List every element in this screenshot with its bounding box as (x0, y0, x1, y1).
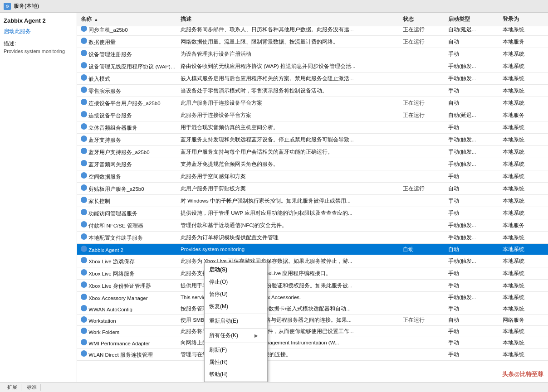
table-row[interactable]: 功能访问管理器服务提供设施，用于管理 UWP 应用对应用功能的访问权限以及查查查… (77, 207, 548, 219)
table-row[interactable]: 零售演示服务当设备处于零售演示模式时，零售演示服务将控制设备活动。手动本地系统 (77, 85, 548, 97)
service-logon: 本地系统 (501, 148, 546, 156)
service-starttype: 手动 (446, 339, 501, 347)
context-menu-label: 帮助(H) (209, 371, 228, 378)
service-icon (81, 111, 87, 117)
service-logon: 本地服务 (501, 111, 546, 120)
service-icon (81, 87, 87, 93)
service-logon: 本地系统 (501, 87, 546, 95)
window-title: 服务(本地) (14, 2, 39, 10)
service-name: 立体音频组合器服务 (79, 122, 179, 132)
table-row[interactable]: Workstation使用 SMB 协议创建并维护客户端网络与远程服务器之间的连… (77, 315, 548, 326)
table-row[interactable]: 设备管理注册服务为设备管理执行设备注册活动手动本地系统 (77, 48, 548, 60)
service-starttype: 手动(触发... (446, 148, 501, 156)
service-desc: 蓝牙用户服务支持与每个用户会话相关的蓝牙功能的正确运行。 (179, 148, 401, 156)
context-menu-item-5[interactable]: 所有任务(K)▶ (205, 329, 267, 342)
sidebar: Zabbix Agent 2 启动此服务 描述: Provides system… (0, 13, 77, 382)
service-name: Xbox Accessory Manager (79, 293, 179, 302)
service-starttype: 手动 (446, 87, 501, 95)
service-starttype: 自动(延迟... (446, 111, 501, 120)
content-area: 名称 ▲ 描述 状态 启动类型 登录为 自然身份验证信号聚合器服务,用于根据时间… (77, 13, 548, 382)
service-starttype: 手动(触发... (446, 233, 501, 242)
table-row[interactable]: Xbox Accessory ManagerThis service manag… (77, 292, 548, 303)
service-logon: 本地系统 (501, 172, 546, 181)
context-menu-item-3[interactable]: 恢复(M) (205, 300, 267, 313)
table-row[interactable]: 设备管理无线应用程序协议 (WAP) 推送消息路由服务路由设备收到的无线应用程序… (77, 60, 548, 73)
status-standard[interactable]: 标准 (23, 384, 41, 391)
sidebar-service-name: Zabbix Agent 2 (4, 17, 73, 24)
table-row[interactable]: 家长控制对 Windows 中的子帐户强制执行家长控制。如果此服务被停止或禁用.… (77, 195, 548, 207)
table-row[interactable]: 蓝牙用户支持服务_a25b0蓝牙用户服务支持与每个用户会话相关的蓝牙功能的正确运… (77, 146, 548, 158)
status-expand[interactable]: 扩展 (4, 384, 21, 391)
service-status (401, 224, 446, 226)
service-starttype: 手动 (446, 50, 501, 58)
service-logon: 本地系统 (501, 339, 546, 347)
title-bar: ⚙ 服务(本地) (0, 0, 548, 13)
service-status (401, 175, 446, 177)
service-name: 空间数据服务 (79, 171, 179, 181)
service-name: 蓝牙用户支持服务_a25b0 (79, 147, 179, 157)
col-header-logon: 登录为 (501, 15, 546, 24)
service-starttype: 手动 (446, 281, 501, 290)
service-logon: 本地系统 (501, 233, 546, 242)
table-row[interactable]: Work Folders此服务将与工作文件夹服务器同步文件，从而使你能够使用已设… (77, 326, 548, 337)
context-menu-item-6[interactable]: 刷新(F) (205, 344, 267, 356)
service-status (401, 308, 446, 310)
service-icon (81, 221, 87, 227)
service-icon (81, 233, 87, 240)
table-row[interactable]: 蓝牙支持服务蓝牙服务支持发现和关联远程蓝牙设备。停止或禁用此服务可能会导致...… (77, 134, 548, 146)
table-row[interactable]: Xbox Live 身份验证管理器提供用于与 Xbox Live 进行交互的身份… (77, 280, 548, 292)
service-desc: 蓝牙服务支持发现和关联远程蓝牙设备。停止或禁用此服务可能会导致... (179, 136, 401, 144)
table-row[interactable]: 嵌入模式嵌入模式服务启用与后台应用程序相关的方案。禁用此服务会阻止激活...手动… (77, 73, 548, 85)
context-menu-item-4[interactable]: 重新启动(E) (205, 315, 267, 327)
table-row[interactable]: 剪贴板用户服务_a25b0此用户服务用于剪贴板方案正在运行自动本地系统 (77, 183, 548, 195)
table-row[interactable]: Xbox Live 游戏保存此服务为 Xbox Live 可保存游戏同步保存数据… (77, 255, 548, 267)
table-row[interactable]: WWAN AutoConfig按服务管理移动宽带(GSM 和 CDMA)数据卡/… (77, 303, 548, 315)
table-row[interactable]: 立体音频组合器服务用于混合现实音频仿真的主机空间分析。手动本地系统 (77, 121, 548, 134)
service-desc: 此服务将同步邮件、联系人、日历和各种其他用户数据。此服务没有远... (179, 25, 401, 34)
table-row[interactable]: Zabbix Agent 2Provides system monitoring… (77, 244, 548, 255)
table-body[interactable]: 自然身份验证信号聚合器服务,用于根据时间、网络、地理位置、蓝牙和 CDF 因素.… (77, 13, 548, 361)
service-desc: 路由设备收到的无线应用程序协议 (WAP) 推送消息并同步设备管理会活... (179, 62, 401, 71)
service-name: 剪贴板用户服务_a25b0 (79, 184, 179, 194)
service-name: Xbox Live 网络服务 (79, 268, 179, 278)
table-row[interactable]: Xbox Live 网络服务此服务支持 Windows.Networking.X… (77, 267, 548, 280)
context-menu-item-8[interactable]: 帮助(H) (205, 368, 267, 381)
service-name: 蓝牙支持服务 (79, 135, 179, 145)
service-status (401, 53, 446, 55)
service-status (401, 139, 446, 140)
service-name: WMI Performance Adapter (79, 338, 179, 347)
service-desc: 网络数据使用量。流量上限、限制背景数据、按流量计费的网络。 (179, 38, 401, 46)
service-starttype: 手动 (446, 269, 501, 278)
start-service-link[interactable]: 启动此服务 (4, 28, 73, 35)
service-icon (81, 74, 87, 81)
table-row[interactable]: 连接设备平台用户服务_a25b0此用户服务用于连接设备平台方案正在运行自动本地系… (77, 97, 548, 109)
service-logon: 网络服务 (501, 316, 546, 324)
context-menu-item-1[interactable]: 停止(O) (205, 276, 267, 288)
table-row[interactable]: 本地配置文件助手服务此服务为订单标识模块提供配置文件管理手动(触发...本地系统 (77, 232, 548, 244)
service-logon: 本地系统 (501, 50, 546, 58)
service-desc: 当设备处于零售演示模式时，零售演示服务将控制设备活动。 (179, 87, 401, 95)
table-row[interactable]: WMI Performance Adapter向网络上的客户端提供 Window… (77, 337, 548, 348)
service-icon (81, 339, 87, 345)
service-logon: 本地系统 (501, 281, 546, 290)
service-icon (81, 148, 87, 154)
table-row[interactable]: WLAN Direct 服务连接管理管理与在线服务(包括于线显示和链接的连接。手… (77, 348, 548, 361)
context-menu-item-7[interactable]: 属性(R) (205, 356, 267, 368)
table-row[interactable]: 付款和 NFC/SE 管理器管理付款和基于近场通信(NFC)的安全元件。手动(触… (77, 219, 548, 232)
service-desc: 此服务用于连接设备平台方案 (179, 111, 401, 120)
table-row[interactable]: 空间数据服务此服务用于空间感知和方案手动本地系统 (77, 170, 548, 183)
context-menu-item-2[interactable]: 暂停(U) (205, 288, 267, 300)
service-icon (81, 257, 87, 263)
service-icon (81, 50, 87, 56)
service-desc: 此服务用于空间感知和方案 (179, 172, 401, 181)
service-icon (81, 305, 87, 311)
table-row[interactable]: 数据使用量网络数据使用量。流量上限、限制背景数据、按流量计费的网络。正在运行自动… (77, 36, 548, 48)
context-menu-item-0[interactable]: 启动(S) (205, 264, 267, 276)
table-row[interactable]: 蓝牙音频网关服务支持蓝牙免提规范音频网关角色的服务。手动(触发...本地系统 (77, 158, 548, 170)
service-starttype: 自动 (446, 184, 501, 193)
col-header-name: 名称 ▲ (79, 15, 179, 24)
sidebar-desc-label: 描述: (4, 40, 73, 48)
table-row[interactable]: 连接设备平台服务此服务用于连接设备平台方案正在运行自动(延迟...本地服务 (77, 109, 548, 121)
service-status (401, 163, 446, 165)
service-name: 嵌入模式 (79, 73, 179, 83)
